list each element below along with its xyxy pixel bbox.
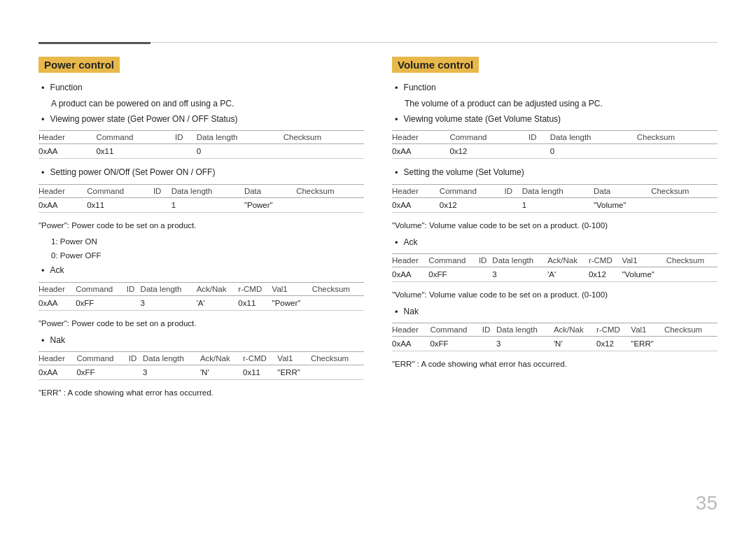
col-datalength: Data length — [141, 282, 197, 295]
table-row: 0xAA 0xFF 3 'A' 0x12 "Volume" — [392, 267, 718, 282]
cell: 3 — [143, 365, 200, 379]
cell: "Power" — [272, 295, 312, 310]
volume-set-table-wrap: Header Command ID Data length Data Check… — [392, 184, 718, 213]
cell: 3 — [496, 337, 554, 351]
top-rule — [38, 42, 718, 43]
cell: 0xAA — [392, 337, 430, 351]
col-datalength: Data length — [492, 254, 547, 267]
cell: 1 — [172, 197, 244, 212]
function-desc: A product can be powered on and off usin… — [51, 97, 364, 110]
set-volume-bullet: • Setting the volume (Set Volume) — [395, 166, 718, 179]
power-note3: 0: Power OFF — [51, 250, 364, 262]
cell: 0xAA — [38, 295, 76, 310]
view-power-label: Viewing power state (Get Power ON / OFF … — [50, 113, 238, 125]
cell: 0xAA — [392, 197, 440, 212]
cell — [637, 144, 718, 159]
col-acknak: Ack/Nak — [197, 282, 239, 295]
col-header: Header — [38, 131, 96, 144]
cell: 0xFF — [76, 295, 127, 310]
columns: Power control • Function A product can b… — [38, 57, 718, 499]
ack-note: "Power": Power code to be set on a produ… — [38, 318, 364, 330]
volume-note1: "Volume": Volume value code to be set on… — [392, 220, 718, 232]
col-data: Data — [594, 184, 651, 197]
cell — [664, 337, 718, 351]
set-power-bullet: • Setting power ON/Off (Set Power ON / O… — [41, 166, 364, 179]
table-row: 0xAA 0x12 1 "Volume" — [392, 197, 718, 212]
col-checksum: Checksum — [651, 184, 718, 197]
cell — [666, 267, 718, 282]
power-control-section: Power control • Function A product can b… — [38, 57, 364, 499]
cell — [651, 197, 718, 212]
bullet-dot-5: • — [41, 335, 45, 347]
volume-nak-table-wrap: Header Command ID Data length Ack/Nak r-… — [392, 323, 718, 351]
table-row: 0xAA 0xFF 3 'N' 0x11 "ERR" — [38, 365, 364, 379]
cell — [312, 295, 364, 310]
table-row: 0xAA 0x11 0 — [38, 144, 364, 159]
cell: 0xAA — [38, 365, 76, 379]
col-checksum: Checksum — [666, 254, 718, 267]
col-val1: Val1 — [272, 282, 312, 295]
cell — [284, 144, 364, 159]
col-val1: Val1 — [622, 254, 666, 267]
power-view-table-wrap: Header Command ID Data length Checksum 0… — [38, 130, 364, 159]
cell: "Volume" — [594, 197, 651, 212]
cell: 1 — [522, 197, 594, 212]
vol-ack-bullet: • Ack — [395, 236, 718, 249]
table-row: 0xAA 0x12 0 — [392, 144, 718, 159]
cell — [296, 197, 364, 212]
power-ack-table-wrap: Header Command ID Data length Ack/Nak r-… — [38, 282, 364, 311]
cell — [129, 365, 143, 379]
cell: 'N' — [200, 365, 243, 379]
col-id: ID — [175, 131, 197, 144]
col-header: Header — [392, 131, 449, 144]
view-power-bullet: • Viewing power state (Get Power ON / OF… — [41, 113, 364, 126]
power-set-table: Header Command ID Data length Data Check… — [38, 184, 364, 213]
cell: 'A' — [547, 267, 589, 282]
col-header: Header — [38, 282, 76, 295]
col-val1: Val1 — [277, 351, 311, 365]
col-id: ID — [127, 282, 141, 295]
cell — [175, 144, 197, 159]
cell: 0x11 — [87, 197, 153, 212]
col-acknak: Ack/Nak — [547, 254, 589, 267]
vol-function-label: Function — [404, 81, 436, 94]
col-command: Command — [449, 131, 528, 144]
vol-function-desc: The volume of a product can be adjusted … — [405, 97, 718, 110]
function-label: Function — [50, 81, 83, 94]
cell: 'A' — [197, 295, 239, 310]
table-row: 0xAA 0xFF 3 'A' 0x11 "Power" — [38, 295, 364, 310]
cell: "Volume" — [622, 267, 666, 282]
table-row: 0xAA 0x11 1 "Power" — [38, 197, 364, 212]
bullet-dot-3: • — [41, 167, 45, 179]
cell: "Power" — [244, 197, 296, 212]
cell: 0xAA — [392, 267, 428, 282]
cell: "ERR" — [277, 365, 311, 379]
col-command: Command — [76, 351, 128, 365]
col-checksum: Checksum — [311, 351, 364, 365]
col-rcmd: r-CMD — [596, 323, 631, 337]
power-note2: 1: Power ON — [51, 236, 364, 248]
col-rcmd: r-CMD — [238, 282, 272, 295]
vol-function-bullet: • Function — [395, 81, 718, 94]
vol-ack-label: Ack — [404, 236, 418, 248]
bullet-dot-v1: • — [395, 82, 398, 94]
col-header: Header — [38, 351, 76, 365]
bullet-dot-v4: • — [395, 237, 398, 249]
cell: 0xAA — [38, 197, 87, 212]
cell: 0 — [197, 144, 284, 159]
ack-label: Ack — [50, 264, 64, 276]
power-ack-table: Header Command ID Data length Ack/Nak r-… — [38, 282, 364, 311]
nak-bullet: • Nak — [41, 334, 364, 347]
col-datalength: Data length — [522, 184, 594, 197]
power-control-title: Power control — [38, 57, 120, 73]
cell: 0x11 — [96, 144, 175, 159]
cell — [311, 365, 364, 379]
vol-ack-note: "Volume": Volume value code to be set on… — [392, 289, 718, 301]
col-rcmd: r-CMD — [243, 351, 277, 365]
cell: 0x12 — [589, 267, 622, 282]
col-id: ID — [528, 131, 550, 144]
view-volume-bullet: • Viewing volume state (Get Volume Statu… — [395, 113, 718, 126]
ack-bullet: • Ack — [41, 264, 364, 277]
col-id: ID — [482, 323, 496, 337]
cell: 0x12 — [449, 144, 528, 159]
